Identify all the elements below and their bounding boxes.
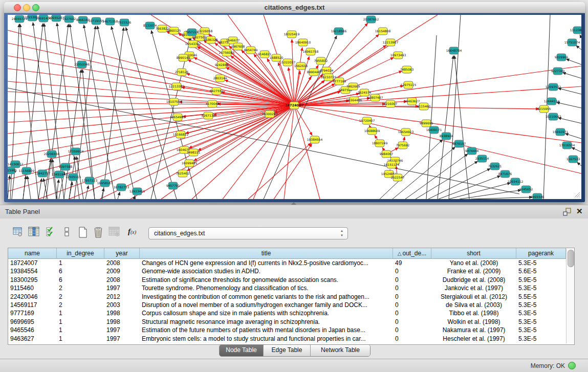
graph-node[interactable]: 19654923 <box>398 128 414 136</box>
tab-edge-table[interactable]: Edge Table <box>264 345 311 356</box>
close-panel-icon[interactable]: ✕ <box>576 207 583 216</box>
graph-node[interactable]: 16961758 <box>303 48 319 55</box>
graph-node[interactable]: 2967608 <box>231 43 245 50</box>
graph-node[interactable]: 8990448 <box>307 69 321 76</box>
table-row[interactable]: 969969511998Structural magnetic resonanc… <box>8 318 566 326</box>
graph-node[interactable]: 18325419 <box>284 31 300 38</box>
network-canvas[interactable]: 2405572420553812206914061065528715276028… <box>8 15 581 199</box>
table-scrollbar[interactable] <box>566 249 574 343</box>
graph-node[interactable]: 2935114 <box>475 155 489 162</box>
graph-node[interactable]: 9860125 <box>167 27 181 34</box>
graph-node[interactable]: 7462669 <box>346 83 360 90</box>
graph-node[interactable]: 19654983 <box>170 114 186 121</box>
graph-node[interactable]: 19463627 <box>404 98 420 105</box>
graph-node[interactable]: 9397588 <box>59 163 73 170</box>
table-row[interactable]: 1872400712008Changes of HCN gene express… <box>8 259 566 267</box>
table-row[interactable]: 911546021997Tourette syndrome. Phenomeno… <box>8 284 566 292</box>
graph-node[interactable]: 18640910 <box>295 39 311 46</box>
graph-node[interactable]: 11123854 <box>570 27 581 34</box>
table-row[interactable]: 2242004622012Investigating the contribut… <box>8 293 566 301</box>
graph-node[interactable]: 8938924 <box>440 133 453 140</box>
graph-node[interactable]: 21756085 <box>219 49 235 56</box>
graph-node[interactable]: 7632621 <box>488 163 502 170</box>
graph-node[interactable]: 12505115 <box>66 173 81 181</box>
column-header-in_degree[interactable]: in_degree <box>57 248 104 259</box>
graph-node[interactable]: 10654112 <box>508 178 524 185</box>
graph-node[interactable]: 2522547 <box>391 174 405 181</box>
graph-node[interactable]: 16958167 <box>97 180 113 187</box>
graph-node[interactable]: 12975115 <box>401 81 417 89</box>
graph-node[interactable]: 19384554 <box>307 136 323 143</box>
table-row[interactable]: 1830029562008Estimation of significance … <box>8 276 566 284</box>
column-header-year[interactable]: year <box>104 248 140 259</box>
graph-node[interactable]: 8186328 <box>204 36 218 43</box>
graph-node[interactable]: 16648784 <box>446 47 462 54</box>
graph-node[interactable]: 16154808 <box>375 28 391 35</box>
graph-node[interactable]: 15751074 <box>564 39 580 46</box>
column-header-short[interactable]: short <box>431 248 516 259</box>
graph-node[interactable]: 12213967 <box>383 39 399 46</box>
graph-node[interactable]: 6794024 <box>320 67 334 74</box>
select-columns-icon[interactable] <box>46 227 55 237</box>
window-titlebar[interactable]: citations_edges.txt <box>4 2 585 13</box>
graph-node[interactable]: 16409171 <box>426 126 442 134</box>
float-window-icon[interactable] <box>563 208 572 216</box>
graph-node[interactable]: 19218586 <box>331 28 347 35</box>
graph-node[interactable]: 9457791 <box>166 182 180 189</box>
graph-node[interactable]: 9465546 <box>531 193 545 199</box>
graph-node[interactable]: 14671358 <box>102 18 118 25</box>
table-row[interactable]: 1456911722003Disruption of a novel membe… <box>8 301 566 309</box>
graph-node[interactable]: 2718126 <box>175 69 189 76</box>
graph-node[interactable]: 16782753 <box>114 184 129 191</box>
column-header-out_de[interactable]: △out_de... <box>393 248 431 259</box>
table-select-dropdown[interactable]: citations_edges.txt ▴▾ <box>148 227 348 239</box>
scrollbar-thumb[interactable] <box>568 250 574 267</box>
tab-node-table[interactable]: Node Table <box>220 345 264 356</box>
graph-node[interactable]: 7625402 <box>176 170 190 177</box>
graph-node[interactable]: 15720407 <box>359 117 375 124</box>
graph-node[interactable]: 7975692 <box>396 142 410 149</box>
function-builder-icon[interactable]: f(x) <box>128 227 136 236</box>
graph-node[interactable]: 15322037 <box>280 59 296 66</box>
table-row[interactable]: 977716911998Corpus callosum shape and si… <box>8 309 566 317</box>
graph-node[interactable]: 7515526 <box>118 19 132 26</box>
graph-node[interactable]: 8133074 <box>143 22 157 29</box>
graph-node[interactable]: 12444134 <box>544 98 560 105</box>
graph-node[interactable]: 4170043 <box>206 100 220 107</box>
table-settings-icon[interactable] <box>13 227 23 237</box>
graph-node[interactable]: 1167533 <box>567 156 580 163</box>
graph-node[interactable]: 20387662 <box>363 16 379 23</box>
graph-node[interactable]: 9115460 <box>417 103 431 110</box>
table-row[interactable]: 946554611997Estimation of the future num… <box>8 326 566 334</box>
tab-network-table[interactable]: Network Table <box>311 345 370 356</box>
graph-node[interactable]: 20206556 <box>44 150 60 158</box>
graph-node[interactable]: 21053346 <box>74 61 90 68</box>
graph-node[interactable]: 9329966 <box>555 54 569 61</box>
graph-node[interactable]: 1527602 <box>62 15 76 23</box>
resize-grip-icon[interactable] <box>572 190 580 198</box>
graph-node[interactable]: 7955812 <box>314 57 328 64</box>
graph-node[interactable]: 18807249 <box>372 140 388 147</box>
graph-node[interactable]: 7485063 <box>400 66 414 73</box>
graph-node[interactable]: 8471676 <box>498 170 512 178</box>
table-row[interactable]: 946362711997Embryonic stem cells: a mode… <box>8 335 566 343</box>
graph-node[interactable]: 17359924 <box>68 148 84 155</box>
column-header-title[interactable]: title <box>140 248 393 259</box>
graph-node[interactable]: 13942757 <box>35 170 51 177</box>
column-header-pagerank[interactable]: pagerank <box>516 248 566 259</box>
delete-columns-icon[interactable] <box>93 227 103 238</box>
graph-node[interactable]: 9245652 <box>519 186 533 193</box>
graph-node[interactable]: 8466160 <box>76 16 90 24</box>
graph-node[interactable]: 9777169 <box>333 78 346 85</box>
row-height-icon[interactable] <box>64 227 70 237</box>
graph-node[interactable]: 8215955 <box>537 105 551 113</box>
graph-node[interactable]: 12923465 <box>129 188 145 195</box>
graph-node[interactable]: 10210643 <box>546 113 561 120</box>
table-row[interactable]: 1938455462009Genome-wide association stu… <box>8 267 566 275</box>
network-view[interactable]: 2405572420553812206914061065528715276028… <box>8 15 581 199</box>
graph-node[interactable]: 15692971 <box>553 128 569 136</box>
graph-node[interactable]: 10688609 <box>364 127 380 135</box>
graph-node[interactable]: 15166822 <box>173 131 189 138</box>
new-table-icon[interactable] <box>78 227 88 238</box>
memory-status-icon[interactable] <box>568 362 576 369</box>
